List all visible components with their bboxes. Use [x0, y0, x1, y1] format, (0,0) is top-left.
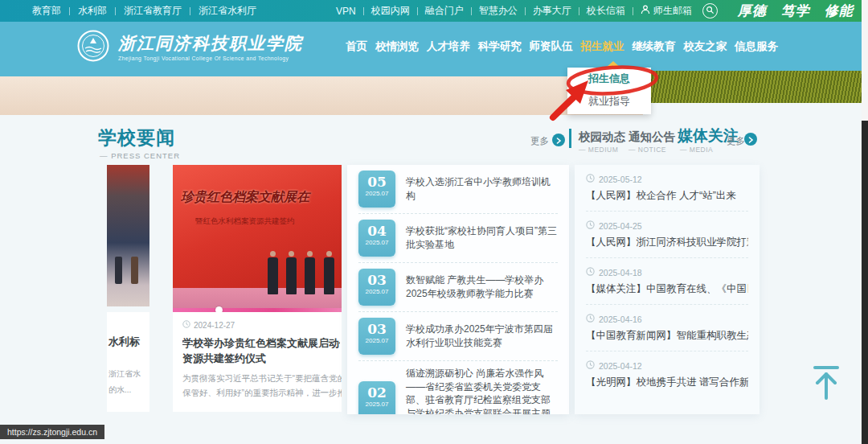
scrollbar-thumb[interactable]	[862, 0, 868, 121]
nav-item-admissions-employment[interactable]: 招生就业	[580, 39, 624, 54]
tab-campus-news[interactable]: 校园动态	[579, 130, 625, 145]
media-item-title: 【媒体关注】中国教育在线、《中国日报》...	[586, 282, 748, 296]
media-more-link[interactable]: 更多	[727, 135, 745, 147]
slide-banner-title: 珍贵红色档案文献展在	[181, 189, 338, 206]
featured-news-title-line2: 资源共建签约仪式	[182, 352, 337, 366]
date-day: 03	[358, 322, 395, 337]
news-list-item[interactable]: 02 2025.07 循迹溯源砺初心 尚廉若水强作风——省纪委省监委机关党委党支…	[358, 361, 558, 414]
nav-item-alumni[interactable]: 校友之家	[683, 39, 727, 54]
topbar-link-smart-office[interactable]: 智慧办公	[479, 4, 518, 18]
topbar-link-service-hall[interactable]: 办事大厅	[533, 4, 571, 18]
slide-stage-floor	[173, 288, 342, 309]
slide-figure	[131, 257, 138, 284]
admissions-dropdown-menu: 招生信息 就业指导	[567, 68, 651, 114]
dropdown-item-career-guidance[interactable]: 就业指导	[567, 90, 651, 113]
media-item-title: 【人民网】浙江同济科技职业学院打造职业...	[586, 236, 748, 249]
divider	[363, 7, 364, 15]
media-item-title: 【人民网】校企合作 人才“站”出来	[586, 189, 748, 203]
media-list-item[interactable]: 2025-04-16 【中国教育新闻网】智能重构职教生态 图...	[586, 305, 748, 352]
banner-sand-ground	[0, 76, 643, 115]
media-list-item[interactable]: 2025-05-12 【人民网】校企合作 人才“站”出来	[586, 165, 748, 212]
nav-item-continuing-education[interactable]: 继续教育	[632, 39, 675, 54]
date-badge: 03 2025.07	[358, 318, 395, 355]
media-list-item[interactable]: 2025-04-12 【光明网】校地携手共进 谱写合作新篇章...	[586, 352, 748, 397]
divider	[417, 7, 418, 15]
media-item-date-text: 2025-04-12	[599, 361, 642, 371]
topbar-link-staff-mailbox[interactable]: 师生邮箱	[653, 4, 692, 18]
slide-figure	[305, 257, 315, 294]
media-list-item[interactable]: 2025-04-18 【媒体关注】中国教育在线、《中国日报》...	[586, 258, 748, 305]
chevron-right-icon	[555, 133, 562, 147]
clock-icon	[586, 360, 595, 371]
topbar-link-zj-edu[interactable]: 浙江省教育厅	[124, 4, 182, 18]
person-icon	[641, 5, 650, 17]
nav-item-research[interactable]: 科学研究	[478, 39, 522, 54]
topbar-link-intranet[interactable]: 校园内网	[371, 4, 410, 18]
news-list-item[interactable]: 04 2025.07 学校获批“家校社协同育人项目”第三批实验基地	[358, 214, 558, 263]
tab-notices[interactable]: 通知公告	[628, 130, 675, 145]
news-more-link[interactable]: 更多	[530, 135, 549, 147]
topbar-link-portal[interactable]: 融合门户	[425, 4, 464, 18]
clock-icon	[586, 220, 595, 231]
divider	[579, 7, 579, 15]
nav-item-faculty[interactable]: 师资队伍	[530, 39, 573, 54]
dropdown-item-admission-info[interactable]: 招生信息	[567, 68, 651, 90]
media-list-item[interactable]: 2025-04-25 【人民网】浙江同济科技职业学院打造职业...	[586, 212, 748, 258]
featured-news-card[interactable]: 2024-12-27 学校举办珍贵红色档案文献展启动仪式暨 资源共建签约仪式 为…	[173, 312, 342, 412]
divider	[633, 7, 633, 15]
prev-card-title-fragment: 水利标	[108, 335, 140, 349]
topbar-link-president-mailbox[interactable]: 校长信箱	[587, 4, 625, 18]
media-item-date: 2025-04-25	[586, 220, 748, 231]
carousel-current-slide-image[interactable]: 珍贵红色档案文献展在 暨红色水利档案资源共建签约	[173, 165, 342, 309]
motto-word-3: 修能	[825, 2, 854, 20]
tab-notices-sub: — NOTICE	[628, 146, 666, 154]
featured-news-excerpt-line2: 保管好、利用好”的重要指示精神，进一步推动红	[182, 388, 342, 399]
prev-card-text-fragment: 的水...	[108, 384, 131, 396]
date-month: 2025.07	[358, 337, 395, 344]
date-month: 2025.07	[358, 288, 395, 295]
prev-card-text-fragment: 浙江省水	[108, 368, 141, 380]
topbar-link-mail[interactable]: 师生邮箱	[641, 4, 692, 18]
topbar-link-mwr[interactable]: 水利部	[78, 4, 107, 18]
school-motto: 厚德 笃学 修能	[738, 2, 854, 20]
featured-news-date: 2024-12-27	[182, 320, 235, 330]
media-item-date: 2025-04-12	[586, 360, 748, 371]
back-to-top-icon	[810, 391, 842, 405]
banner-corner	[643, 103, 868, 115]
school-logo[interactable]: 浙江同济科技职业学院 Zhejiang Tongji Vocational Co…	[76, 29, 303, 66]
tabs-accent-bar	[569, 129, 571, 148]
news-list-item[interactable]: 03 2025.07 数智赋能 产教共生——学校举办2025年校级教师教学能力比…	[358, 263, 558, 312]
clock-icon	[586, 314, 595, 324]
topbar-link-vpn[interactable]: VPN	[336, 6, 356, 17]
carousel-previous-card[interactable]: 水利标 浙江省水 的水...	[107, 312, 149, 412]
tab-media-focus-sub: — MEDIA	[680, 146, 713, 154]
dropdown-pointer-icon	[606, 61, 620, 68]
nav-item-overview[interactable]: 校情浏览	[375, 39, 419, 54]
news-list-item[interactable]: 05 2025.07 学校入选浙江省中小学教师培训机构	[358, 165, 558, 214]
media-item-date: 2025-04-18	[586, 267, 748, 278]
media-more-arrow-button[interactable]	[744, 133, 757, 146]
school-name: 浙江同济科技职业学院	[118, 34, 303, 52]
date-badge: 04 2025.07	[358, 220, 395, 257]
tab-campus-news-sub: — MEDIUM	[579, 146, 618, 154]
nav-item-home[interactable]: 首页	[346, 39, 367, 54]
carousel-previous-slide-image[interactable]	[107, 165, 149, 306]
topbar-link-zj-water[interactable]: 浙江省水利厅	[199, 4, 256, 18]
divider	[69, 7, 70, 15]
topbar-link-moe[interactable]: 教育部	[32, 4, 61, 18]
news-more-arrow-button[interactable]	[552, 134, 565, 146]
date-month: 2025.07	[358, 239, 395, 246]
featured-news-title-line1: 学校举办珍贵红色档案文献展启动仪式暨	[182, 336, 340, 351]
news-list-item[interactable]: 03 2025.07 学校成功承办2025年宁波市第四届水利行业职业技能竞赛	[358, 312, 558, 361]
media-item-date: 2025-04-16	[586, 314, 748, 324]
topbar-left-links: 教育部 水利部 浙江省教育厅 浙江省水利厅	[32, 4, 256, 18]
nav-item-info-service[interactable]: 信息服务	[735, 39, 778, 54]
clock-icon	[586, 174, 595, 184]
scrollbar-track[interactable]	[862, 0, 868, 444]
nav-item-talent-training[interactable]: 人才培养	[427, 39, 470, 54]
status-bar-link-url: https://zs.zjtongji.edu.cn	[0, 425, 104, 439]
date-badge: 02 2025.07	[358, 381, 395, 414]
search-button[interactable]	[702, 3, 718, 18]
divider	[471, 7, 472, 15]
back-to-top-button[interactable]	[810, 364, 842, 405]
